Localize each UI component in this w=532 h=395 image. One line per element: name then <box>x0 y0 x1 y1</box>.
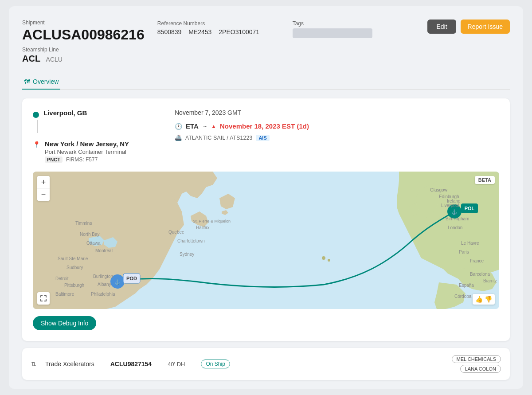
svg-point-2 <box>328 259 330 262</box>
eta-up-arrow: ▲ <box>211 123 216 129</box>
svg-text:Charlottetown: Charlottetown <box>177 239 205 243</box>
destination-pin-icon: 📍 <box>33 141 40 148</box>
svg-text:⚓: ⚓ <box>114 279 121 285</box>
tab-overview-label: Overview <box>33 78 59 85</box>
route-section: Liverpool, GB 📍 New York / New Jersey, N… <box>33 109 499 163</box>
svg-text:Birmingham: Birmingham <box>446 216 469 221</box>
feedback-buttons: 👍 👎 <box>473 294 495 305</box>
terminal-code: PNCT <box>45 156 63 163</box>
eta-row: 🕐 ETA ~ ▲ November 18, 2023 EST (1d) <box>175 122 499 130</box>
ship-icon: 🚢 <box>175 134 182 141</box>
expand-icon[interactable]: ⇅ <box>31 360 36 368</box>
route-connector-line <box>37 120 38 133</box>
cargo-tag-1: MEL CHEMICALS <box>452 355 501 363</box>
svg-point-1 <box>322 256 325 260</box>
svg-text:Baltimore: Baltimore <box>55 292 74 297</box>
vessel-name: ATLANTIC SAIL / ATS1223 <box>185 135 252 141</box>
main-card: Liverpool, GB 📍 New York / New Jersey, N… <box>22 98 510 341</box>
tab-overview[interactable]: 🗺 Overview <box>22 74 60 90</box>
tabs-section: 🗺 Overview <box>22 74 510 90</box>
steamship-name: ACL <box>22 54 40 63</box>
svg-text:St. Pierre & Miquelon: St. Pierre & Miquelon <box>193 219 231 223</box>
origin-dot <box>33 112 39 118</box>
eta-date: November 18, 2023 EST (1d) <box>220 122 309 130</box>
steamship-label: Steamship Line <box>22 47 157 53</box>
map-icon: 🗺 <box>24 78 30 85</box>
edit-button[interactable]: Edit <box>427 20 456 34</box>
origin-city: Liverpool, GB <box>43 109 87 117</box>
svg-text:Montreal: Montreal <box>95 248 113 253</box>
cargo-row: ⇅ Trade Xcelerators ACLU9827154 40' DH O… <box>22 348 510 380</box>
ref-label: Reference Numbers <box>157 20 293 27</box>
tags-bar <box>293 28 372 38</box>
ref-number-1: 8500839 <box>157 28 182 35</box>
svg-text:North Bay: North Bay <box>80 232 99 237</box>
svg-text:POL: POL <box>465 206 475 211</box>
ref-number-3: 2PEO3100071 <box>219 28 259 35</box>
eta-tilde: ~ <box>203 123 207 130</box>
cargo-tags: MEL CHEMICALS LANA COLON <box>452 355 501 373</box>
destination-city: New York / New Jersey, NY <box>45 140 129 148</box>
svg-text:Sault Ste Marie: Sault Ste Marie <box>58 256 88 261</box>
destination-codes: PNCT FIRMS: F577 <box>45 156 129 163</box>
svg-text:Burlington: Burlington <box>93 274 113 279</box>
svg-text:Glasgow: Glasgow <box>430 188 448 192</box>
clock-icon: 🕐 <box>175 123 182 130</box>
cargo-size: 40' DH <box>168 361 185 368</box>
ais-badge: AIS <box>256 135 269 141</box>
svg-text:Albany: Albany <box>98 282 111 287</box>
zoom-out-button[interactable]: − <box>37 188 50 201</box>
svg-text:Sydney: Sydney <box>180 252 194 257</box>
cargo-tag-2: LANA COLON <box>460 365 501 373</box>
steamship-code: ACLU <box>46 56 63 63</box>
shipment-label: Shipment <box>22 20 157 26</box>
fullscreen-button[interactable] <box>37 292 50 305</box>
ref-number-2: ME2453 <box>188 28 211 35</box>
svg-text:Biarritz: Biarritz <box>483 278 497 283</box>
thumbs-up-button[interactable]: 👍 <box>475 296 483 303</box>
zoom-in-button[interactable]: + <box>37 176 50 188</box>
route-destination: 📍 New York / New Jersey, NY Port Newark … <box>33 140 157 163</box>
shipment-id: ACLUSA00986216 <box>22 27 157 43</box>
vessel-row: 🚢 ATLANTIC SAIL / ATS1223 AIS <box>175 134 499 141</box>
svg-text:Córdoba: Córdoba <box>454 294 472 299</box>
map-controls: + − <box>37 176 50 201</box>
tags-label: Tags <box>293 20 428 27</box>
beta-badge: BETA <box>475 176 495 184</box>
route-right: November 7, 2023 GMT 🕐 ETA ~ ▲ November … <box>175 109 499 163</box>
svg-text:Detroit: Detroit <box>55 276 69 281</box>
cargo-name: Trade Xcelerators <box>45 360 94 368</box>
svg-text:España: España <box>459 283 474 288</box>
svg-text:London: London <box>448 225 462 230</box>
svg-text:Pittsburgh: Pittsburgh <box>64 283 84 288</box>
thumbs-down-button[interactable]: 👎 <box>485 296 492 303</box>
svg-text:Paris: Paris <box>459 250 469 254</box>
route-left: Liverpool, GB 📍 New York / New Jersey, N… <box>33 109 157 163</box>
svg-text:Philadelphia: Philadelphia <box>91 292 115 297</box>
svg-text:Barcelona: Barcelona <box>470 272 490 277</box>
departure-date: November 7, 2023 GMT <box>175 109 499 116</box>
svg-text:POD: POD <box>126 276 137 281</box>
firms-code: FIRMS: F577 <box>66 156 98 163</box>
svg-text:Halifax: Halifax <box>196 225 210 230</box>
route-origin: Liverpool, GB <box>33 109 157 133</box>
svg-text:Edinburgh: Edinburgh <box>439 194 459 199</box>
svg-text:Liverpool: Liverpool <box>441 203 459 208</box>
svg-text:Le Havre: Le Havre <box>461 241 479 246</box>
cargo-container-id: ACLU9827154 <box>110 360 152 368</box>
onship-status-badge: On Ship <box>201 360 230 368</box>
map-container: ⚓ POL ⚓ POD Timmins North Bay Ottawa Mon… <box>33 172 499 309</box>
eta-label: ETA <box>186 122 199 130</box>
svg-text:Ottawa: Ottawa <box>86 241 101 246</box>
svg-text:Sudbury: Sudbury <box>66 265 83 270</box>
svg-text:⚓: ⚓ <box>451 209 458 215</box>
debug-button[interactable]: Show Debug Info <box>33 316 96 330</box>
svg-text:Quebec: Quebec <box>168 230 184 235</box>
report-issue-button[interactable]: Report Issue <box>461 20 510 34</box>
svg-text:France: France <box>470 258 484 263</box>
svg-text:Timmins: Timmins <box>75 221 92 226</box>
ref-numbers: 8500839 ME2453 2PEO3100071 <box>157 28 293 35</box>
destination-terminal: Port Newark Container Terminal <box>45 149 129 155</box>
